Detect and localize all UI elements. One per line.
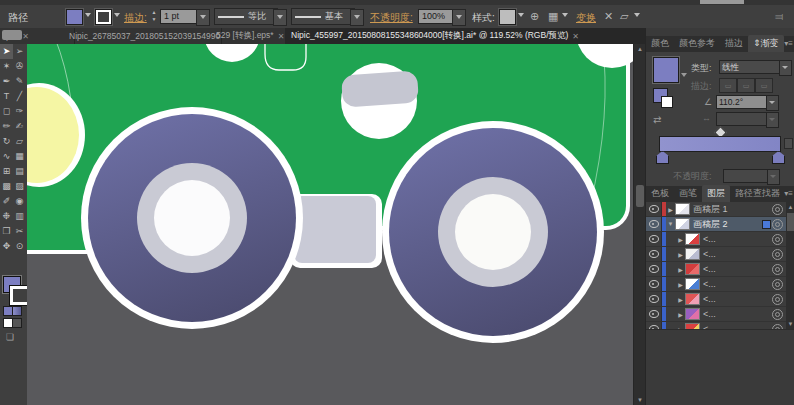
layer-target-icon[interactable] [772,219,783,230]
layer-target-icon[interactable] [772,249,783,260]
gradient-stop-right[interactable] [772,151,785,164]
align-icon[interactable]: ✕ [604,9,613,24]
width-tool[interactable]: ∿ [0,149,13,164]
layer-name[interactable]: <... [703,249,772,259]
perspective-grid-tool[interactable]: ▤ [13,164,26,179]
type-tool[interactable]: T [0,89,13,104]
tab-strip-scroller[interactable] [2,30,22,40]
gradient-stop-left[interactable] [656,151,669,164]
layer-thumbnail[interactable] [685,248,700,260]
panel-tab2-色板[interactable]: 色板 [646,185,674,202]
layers-panel-menu-icon[interactable]: ▾≡ [784,189,793,198]
expand-arrow-icon[interactable]: ▶ [676,251,685,258]
layer-row-2[interactable]: ▶<... [646,232,786,247]
layer-row-6[interactable]: ▶<... [646,292,786,307]
panel-tab-渐变[interactable]: ⇕渐变 [748,35,784,52]
right-wheel-hub[interactable] [455,194,531,270]
fill-stroke-proxy[interactable] [3,276,25,300]
blend-tool[interactable]: ◉ [13,194,26,209]
scale-tool[interactable]: ▱ [13,134,26,149]
layer-target-icon[interactable] [772,279,783,290]
layers-scrollbar-thumb[interactable] [787,213,794,231]
gradient-panel-menu-icon[interactable]: ▾≡ [784,39,793,48]
expand-arrow-icon[interactable]: ▶ [676,281,685,288]
line-segment-tool[interactable]: ╱ [13,89,26,104]
expand-arrow-icon[interactable]: ▶ [676,236,685,243]
layer-row-5[interactable]: ▶<... [646,277,786,292]
eyedropper-tool[interactable]: ✐ [0,194,13,209]
lasso-tool[interactable]: ✇ [13,59,26,74]
expand-arrow-icon[interactable]: ▼ [666,221,675,227]
layer-row-7[interactable]: ▶<... [646,307,786,322]
shape-tool[interactable]: ◻ [0,104,13,119]
layer-name[interactable]: 画稿层 1 [693,203,772,216]
symbol-sprayer-tool[interactable]: ❉ [0,209,13,224]
gradient-bar[interactable] [659,136,781,152]
document-setup-icon[interactable]: ⊕ [530,9,539,24]
layer-target-icon[interactable] [772,264,783,275]
layer-name[interactable]: <... [703,234,772,244]
brush-definition-dropdown[interactable] [350,9,364,26]
gradient-type-dropdown[interactable] [779,60,792,76]
fill-dropdown-icon[interactable] [85,13,91,17]
layer-thumbnail[interactable] [675,218,690,230]
style-dropdown-icon[interactable] [518,13,524,17]
width-profile-dropdown[interactable] [273,9,287,26]
transform-panel-link[interactable]: 变换 [576,11,596,25]
shear-dropdown-icon[interactable] [634,13,640,17]
panel-tab-描边[interactable]: 描边 [720,35,748,52]
layer-thumbnail[interactable] [685,233,700,245]
bumper-shape[interactable] [294,196,376,263]
panel-tab2-画笔[interactable]: 画笔 [674,185,702,202]
visibility-toggle[interactable] [646,247,662,261]
blob-brush-tool[interactable]: ✍ [13,119,26,134]
layer-name[interactable]: 画稿层 2 [693,218,762,231]
expand-arrow-icon[interactable]: ▶ [676,296,685,303]
expand-arrow-icon[interactable]: ▶ [676,311,685,318]
stroke-weight-stepper[interactable]: ▲▼ [150,9,158,23]
document-tab-1[interactable]: Nipic_26785037_20180515203915499034.ai*✕ [63,28,222,44]
scrollbar-thumb[interactable] [636,185,644,207]
stroke-weight-field[interactable]: 1 pt [160,9,198,24]
document-canvas[interactable] [27,44,633,405]
fuel-cap-handle[interactable] [341,70,419,107]
artboard-tool[interactable]: ❐ [0,224,13,239]
pencil-tool[interactable]: ✏ [0,119,13,134]
shape-builder-tool[interactable]: ⊞ [0,164,13,179]
gradient-angle-dropdown[interactable] [766,95,779,111]
opacity-field[interactable]: 100% [418,9,456,24]
gradient-tool[interactable]: ▨ [13,179,26,194]
style-swatch[interactable] [499,9,516,25]
brush-definition-combo[interactable]: 基本 [291,8,355,25]
stroke-panel-link[interactable]: 描边: [124,11,147,25]
grid-dropdown-icon[interactable] [562,13,568,17]
layer-thumbnail[interactable] [685,278,700,290]
selection-tool[interactable]: ➤ [0,44,13,59]
zoom-tool[interactable]: ⊙ [13,239,26,254]
layer-target-icon[interactable] [772,204,783,215]
color-mode-gradient-button[interactable] [12,306,22,316]
gradient-angle-field[interactable]: 110.2° [716,95,768,109]
visibility-toggle[interactable] [646,217,662,231]
expand-arrow-icon[interactable]: ▶ [676,266,685,273]
gradient-stroke-proxy[interactable] [661,96,673,108]
shear-icon[interactable]: ▱ [620,9,628,24]
layer-thumbnail[interactable] [685,263,700,275]
fill-color-swatch[interactable] [66,9,83,25]
artwork[interactable] [27,44,633,405]
menu-search-field-sliver[interactable] [700,0,744,4]
panel-tab-颜色[interactable]: 颜色 [646,35,674,52]
layers-scroll-down-icon[interactable]: ▼ [786,319,794,329]
visibility-toggle[interactable] [646,262,662,276]
reverse-gradient-icon[interactable]: ⇄ [653,114,661,125]
curvature-tool[interactable]: ✎ [13,74,26,89]
mesh-tool[interactable]: ▩ [0,179,13,194]
slice-tool[interactable]: ✂ [13,224,26,239]
layers-scrollbar[interactable]: ▲ ▼ [786,202,794,329]
opacity-dropdown[interactable] [452,9,466,26]
magic-wand-tool[interactable]: ✶ [0,59,13,74]
gradient-swatch[interactable] [653,57,679,83]
drawing-mode-button[interactable] [12,318,22,328]
visibility-toggle[interactable] [646,232,662,246]
document-tab-2[interactable]: 529 [转换].eps*✕ [210,28,297,44]
